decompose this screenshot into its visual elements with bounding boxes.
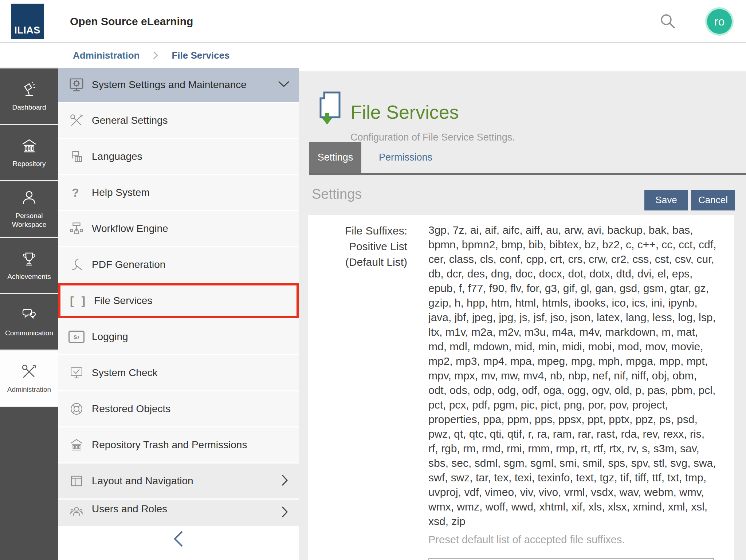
menu-item-languages[interactable]: Languages bbox=[58, 139, 299, 174]
cancel-button[interactable]: Cancel bbox=[691, 190, 735, 210]
chevron-down-icon bbox=[278, 80, 290, 89]
sidebar-item-personal-workspace[interactable]: Personal Workspace bbox=[0, 181, 58, 237]
menu-item-file-services[interactable]: [ ] File Services bbox=[58, 283, 299, 318]
admin-tools-icon bbox=[20, 363, 38, 380]
breadcrumb-chevron-icon bbox=[153, 51, 158, 60]
breadcrumb-administration[interactable]: Administration bbox=[73, 50, 140, 61]
menu-item-label: System Check bbox=[92, 367, 158, 379]
settings-form-panel: File Suffixes: Positive List (Default Li… bbox=[308, 215, 734, 560]
positive-list-value: 3gp, 7z, ai, aif, aifc, aiff, au, arw, a… bbox=[428, 223, 717, 529]
sidebar-item-label: Administration bbox=[5, 385, 53, 394]
tab-settings[interactable]: Settings bbox=[309, 142, 361, 173]
menu-item-layout-navigation[interactable]: Layout and Navigation bbox=[58, 464, 299, 498]
sidebar-item-communication[interactable]: Communication bbox=[0, 294, 58, 350]
ilias-admin-window: ILIAS Open Source eLearning ro Administr… bbox=[0, 0, 746, 560]
chat-bubbles-icon bbox=[20, 307, 38, 324]
sidebar-item-label: Achievements bbox=[5, 272, 53, 281]
app-title: Open Source eLearning bbox=[70, 0, 193, 43]
section-heading: Settings bbox=[312, 186, 362, 202]
page-title: File Services bbox=[350, 101, 459, 123]
sidebar-item-label: Dashboard bbox=[10, 103, 48, 112]
menu-item-label: Logging bbox=[92, 331, 128, 343]
tab-underline bbox=[309, 173, 746, 175]
menu-item-label: General Settings bbox=[92, 115, 168, 126]
positive-list-label: File Suffixes: Positive List (Default Li… bbox=[308, 223, 407, 270]
content-area: File Services Configuration of File Serv… bbox=[299, 71, 746, 560]
menu-item-system-check[interactable]: System Check bbox=[58, 355, 299, 390]
sidebar-filler bbox=[0, 407, 58, 560]
logo-text: ILIAS bbox=[14, 25, 40, 36]
menu-footer bbox=[58, 527, 299, 560]
menu-item-repository-trash[interactable]: Repository Trash and Permissions bbox=[58, 427, 299, 462]
sidebar-item-administration[interactable]: Administration bbox=[0, 351, 58, 406]
menu-item-label: PDF Generation bbox=[92, 259, 165, 271]
form-row-negative-list: File Suffixes: Negative List bbox=[308, 558, 734, 560]
logging-terminal-icon: s› bbox=[67, 328, 86, 346]
menu-item-restored-objects[interactable]: Restored Objects bbox=[58, 391, 299, 426]
avatar-initials: ro bbox=[714, 15, 725, 28]
menu-header-label: System Settings and Maintenance bbox=[92, 79, 247, 91]
tools-icon bbox=[67, 112, 86, 129]
sidebar-item-label: Personal Workspace bbox=[0, 212, 58, 229]
brackets-icon: [ ] bbox=[69, 292, 88, 309]
tab-bar: Settings Permissions bbox=[309, 142, 450, 173]
collapse-panel-button[interactable] bbox=[172, 529, 185, 550]
page-subtitle: Configuration of File Service Settings. bbox=[350, 132, 515, 143]
bank-icon bbox=[67, 436, 86, 454]
admin-menu-panel: System Settings and Maintenance General … bbox=[58, 67, 299, 560]
users-group-icon bbox=[67, 503, 86, 521]
breadcrumb-file-services: File Services bbox=[172, 50, 229, 61]
pdf-swirl-icon bbox=[67, 256, 86, 273]
tab-permissions[interactable]: Permissions bbox=[361, 142, 450, 173]
chevron-right-icon bbox=[281, 506, 288, 520]
menu-item-label: Workflow Engine bbox=[92, 223, 168, 234]
dashboard-lamp-icon bbox=[20, 81, 38, 98]
layout-icon bbox=[67, 472, 86, 490]
negative-list-textarea[interactable] bbox=[428, 558, 714, 560]
file-services-object-icon bbox=[315, 90, 345, 134]
menu-item-label: Help System bbox=[92, 187, 150, 198]
help-question-icon: ? bbox=[67, 184, 86, 201]
main-content: File Services Configuration of File Serv… bbox=[299, 67, 746, 560]
sidebar-item-dashboard[interactable]: Dashboard bbox=[0, 68, 58, 124]
chevron-left-icon bbox=[172, 529, 185, 548]
lifebuoy-icon bbox=[67, 400, 86, 418]
user-avatar[interactable]: ro bbox=[705, 7, 734, 36]
main-sidebar: Dashboard Repository Personal Workspace bbox=[0, 67, 58, 560]
menu-item-label: Layout and Navigation bbox=[92, 475, 193, 487]
chevron-right-icon bbox=[281, 474, 288, 488]
menu-item-pdf-generation[interactable]: PDF Generation bbox=[58, 247, 299, 282]
menu-item-logging[interactable]: s› Logging bbox=[58, 319, 299, 354]
top-header: ILIAS Open Source eLearning ro bbox=[0, 0, 746, 43]
menu-item-workflow-engine[interactable]: Workflow Engine bbox=[58, 211, 299, 246]
menu-item-label: Repository Trash and Permissions bbox=[92, 439, 247, 451]
menu-item-label: Restored Objects bbox=[92, 403, 170, 415]
menu-item-label: File Services bbox=[94, 295, 152, 307]
save-button[interactable]: Save bbox=[644, 190, 688, 210]
sidebar-item-label: Repository bbox=[11, 159, 48, 168]
workflow-icon bbox=[67, 220, 86, 237]
system-check-monitor-icon bbox=[67, 364, 86, 382]
menu-item-users-roles[interactable]: Users and Roles bbox=[58, 500, 299, 526]
breadcrumb: Administration File Services bbox=[0, 44, 746, 67]
menu-item-label: Users and Roles bbox=[92, 503, 167, 515]
person-icon bbox=[20, 189, 38, 207]
trophy-icon bbox=[20, 250, 38, 268]
system-settings-monitor-gear-icon bbox=[67, 76, 86, 94]
languages-flag-icon bbox=[67, 148, 86, 165]
search-button[interactable] bbox=[659, 12, 678, 31]
positive-list-hint: Preset default list of accepted file suf… bbox=[428, 534, 717, 546]
menu-item-label: Languages bbox=[92, 151, 142, 162]
form-row-positive-list: File Suffixes: Positive List (Default Li… bbox=[308, 215, 734, 546]
ilias-logo[interactable]: ILIAS bbox=[11, 4, 44, 39]
menu-item-general-settings[interactable]: General Settings bbox=[58, 103, 299, 138]
sidebar-item-label: Communication bbox=[3, 329, 55, 338]
repository-bank-icon bbox=[20, 137, 38, 155]
sidebar-item-achievements[interactable]: Achievements bbox=[0, 238, 58, 293]
menu-item-help-system[interactable]: ? Help System bbox=[58, 175, 299, 210]
menu-header-system-settings[interactable]: System Settings and Maintenance bbox=[58, 68, 299, 102]
search-icon bbox=[659, 12, 678, 31]
sidebar-item-repository[interactable]: Repository bbox=[0, 125, 58, 180]
